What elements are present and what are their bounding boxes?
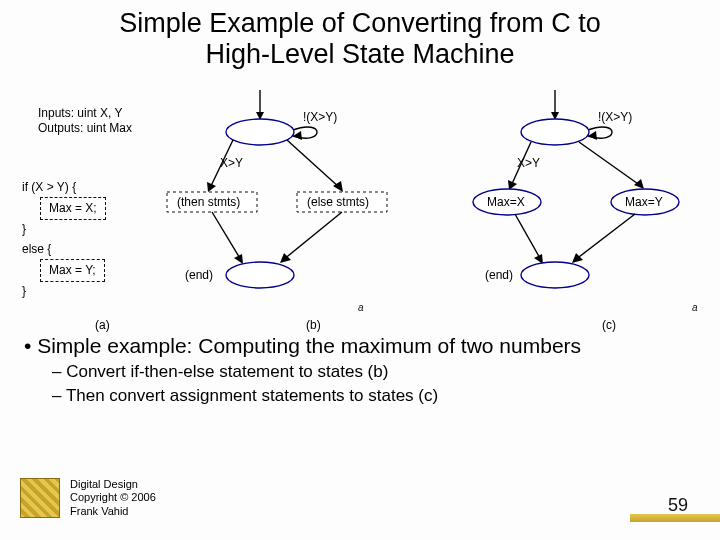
credits: Digital Design Copyright © 2006 Frank Va… bbox=[70, 478, 156, 518]
svg-line-10 bbox=[212, 212, 241, 260]
slide-title: Simple Example of Converting from C to H… bbox=[0, 8, 720, 70]
footer: Digital Design Copyright © 2006 Frank Va… bbox=[20, 478, 156, 518]
svg-line-12 bbox=[283, 212, 342, 260]
c-maxx: Max=X bbox=[487, 195, 525, 209]
c-maxy: Max=Y bbox=[625, 195, 663, 209]
svg-line-27 bbox=[575, 214, 635, 260]
svg-point-2 bbox=[226, 119, 294, 145]
label-b: (b) bbox=[306, 318, 321, 332]
code-close2: } bbox=[22, 282, 106, 301]
b-cond-true: X>Y bbox=[220, 156, 243, 170]
page-number: 59 bbox=[668, 495, 688, 516]
code-max-y: Max = Y; bbox=[40, 259, 105, 282]
outputs-text: Outputs: uint Max bbox=[38, 121, 132, 136]
corner-accent bbox=[630, 514, 720, 522]
b-end: (end) bbox=[185, 268, 213, 282]
credit-1: Digital Design bbox=[70, 478, 156, 491]
io-declaration: Inputs: uint X, Y Outputs: uint Max bbox=[38, 106, 132, 136]
bullet-sub-2: Then convert assignment statements to st… bbox=[52, 386, 704, 406]
c-end: (end) bbox=[485, 268, 513, 282]
bullet-main: Simple example: Computing the maximum of… bbox=[24, 334, 704, 358]
code-max-x: Max = X; bbox=[40, 197, 106, 220]
svg-point-14 bbox=[226, 262, 294, 288]
diagram-c: !(X>Y) X>Y Max=X Max=Y (end) bbox=[445, 90, 705, 310]
code-close1: } bbox=[22, 220, 106, 239]
svg-point-29 bbox=[521, 262, 589, 288]
code-block: if (X > Y) { Max = X; } else { Max = Y; … bbox=[22, 178, 106, 301]
b-cond-false: !(X>Y) bbox=[303, 110, 337, 124]
code-if: if (X > Y) { bbox=[22, 178, 106, 197]
inputs-text: Inputs: uint X, Y bbox=[38, 106, 132, 121]
svg-line-25 bbox=[515, 214, 541, 260]
title-line-2: High-Level State Machine bbox=[205, 39, 514, 69]
logo-icon bbox=[20, 478, 60, 518]
svg-line-21 bbox=[579, 142, 641, 186]
mini-a-b: a bbox=[358, 302, 364, 313]
b-else: (else stmts) bbox=[307, 195, 369, 209]
bullet-block: Simple example: Computing the maximum of… bbox=[24, 334, 704, 406]
c-cond-true: X>Y bbox=[517, 156, 540, 170]
label-a: (a) bbox=[95, 318, 110, 332]
svg-line-6 bbox=[287, 140, 340, 188]
credit-3: Frank Vahid bbox=[70, 505, 156, 518]
c-cond-false: !(X>Y) bbox=[598, 110, 632, 124]
svg-point-17 bbox=[521, 119, 589, 145]
title-line-1: Simple Example of Converting from C to bbox=[119, 8, 601, 38]
svg-marker-22 bbox=[634, 179, 644, 189]
b-then: (then stmts) bbox=[177, 195, 240, 209]
code-else: else { bbox=[22, 240, 106, 259]
diagram-b: !(X>Y) X>Y (then stmts) (else stmts) (en… bbox=[165, 90, 425, 310]
label-c: (c) bbox=[602, 318, 616, 332]
credit-2: Copyright © 2006 bbox=[70, 491, 156, 504]
bullet-sub-1: Convert if-then-else statement to states… bbox=[52, 362, 704, 382]
mini-a-c: a bbox=[692, 302, 698, 313]
